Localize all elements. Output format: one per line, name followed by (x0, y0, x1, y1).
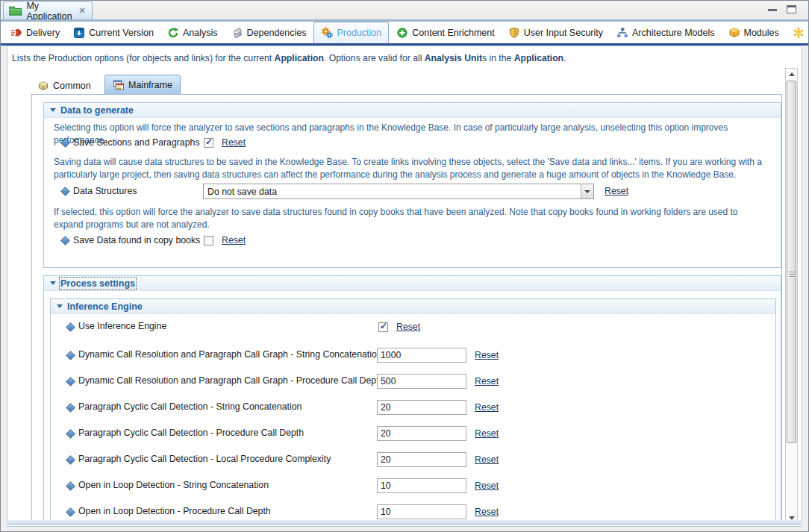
option-label-data-structures: Data Structures (73, 186, 137, 196)
dropdown-button[interactable] (581, 184, 593, 198)
common-cube-icon (37, 80, 49, 92)
option-diamond-icon (66, 507, 75, 517)
dependencies-icon (231, 27, 243, 39)
content-enrichment-icon (396, 27, 408, 39)
view-tab-bar: Delivery Current Version Analysis Depend… (1, 22, 808, 46)
option-label: Paragraph Cyclic Call Detection - Local … (78, 454, 331, 464)
section-title: Inference Engine (67, 301, 143, 312)
close-icon[interactable]: ✕ (79, 6, 86, 16)
use-inference-engine-checkbox[interactable] (378, 322, 388, 332)
option-help-text: If selected, this option will force the … (54, 206, 769, 231)
option-label: Dynamic Call Resolution and Paragraph Ca… (78, 375, 384, 386)
tab-analysis[interactable]: Analysis (160, 22, 225, 43)
tab-dependencies[interactable]: Dependencies (225, 22, 313, 43)
option-diamond-icon (60, 187, 70, 196)
production-view: Lists the Production options (for object… (7, 46, 802, 527)
option-help-text: Saving data will cause data structures t… (54, 156, 769, 181)
user-input-security-icon (508, 27, 520, 39)
reset-link[interactable]: Reset (475, 507, 499, 517)
tab-label: Dependencies (247, 28, 307, 38)
editor-tab-bar: My Application ✕ (1, 1, 808, 19)
loop-string-concatenation-input[interactable] (377, 478, 466, 493)
arrow-up-icon (789, 72, 795, 76)
tab-label: Modules (744, 28, 779, 38)
chevron-down-icon (50, 281, 56, 285)
save-copybook-data-checkbox[interactable] (204, 236, 213, 245)
section-header[interactable]: Process settings (44, 276, 781, 291)
option-label-save-copybook-data: Save Data found in copy books (73, 235, 200, 245)
cyclic-string-concatenation-input[interactable] (377, 400, 466, 415)
tab-label: Current Version (89, 28, 154, 38)
analysis-icon (167, 27, 179, 39)
chevron-down-icon (57, 304, 63, 308)
scrollbar-grip (789, 272, 795, 278)
tab-label: Architecture Models (632, 28, 714, 38)
reset-link[interactable]: Reset (475, 376, 499, 387)
option-diamond-icon (66, 322, 75, 332)
cyclic-procedure-depth-input[interactable] (377, 426, 466, 441)
option-diamond-icon (66, 351, 75, 360)
tab-user-input-security[interactable]: User Input Security (502, 22, 610, 43)
execute-icon (793, 27, 805, 39)
mainframe-windows-icon (113, 79, 125, 91)
option-diamond-icon (66, 403, 75, 413)
current-version-icon (73, 27, 85, 39)
section-data-to-generate: Data to generate Selecting this option w… (43, 102, 781, 268)
tab-production[interactable]: Production (313, 22, 389, 43)
reset-link[interactable]: Reset (475, 428, 499, 439)
local-procedure-complexity-input[interactable] (377, 452, 466, 467)
section-header[interactable]: Data to generate (44, 103, 781, 118)
string-concatenation-input[interactable] (377, 348, 466, 363)
option-diamond-icon (66, 481, 75, 491)
dropdown-selected-value: Do not save data (204, 187, 581, 197)
tab-architecture-models[interactable]: Architecture Models (610, 22, 721, 43)
scroll-up-button[interactable] (786, 69, 797, 80)
tab-label: Analysis (183, 28, 218, 38)
procedure-call-depth-input[interactable] (377, 374, 466, 389)
section-title: Process settings (60, 278, 135, 289)
reset-link[interactable]: Reset (605, 186, 628, 196)
option-diamond-icon (66, 377, 75, 387)
reset-link[interactable]: Reset (475, 481, 499, 491)
reset-link[interactable]: Reset (222, 235, 246, 245)
option-diamond-icon (66, 429, 75, 439)
section-header[interactable]: Inference Engine (51, 299, 775, 314)
data-structures-dropdown[interactable]: Do not save data (203, 184, 594, 199)
tab-modules[interactable]: Modules (722, 22, 786, 43)
editor-tab-title: My Application (26, 1, 72, 22)
window-bottom-trim (8, 520, 801, 525)
save-sections-checkbox[interactable] (204, 138, 213, 148)
reset-link[interactable]: Reset (475, 402, 499, 413)
tab-execute[interactable]: Execute (786, 22, 809, 43)
section-title: Data to generate (60, 105, 134, 116)
option-label-save-sections: Save Sections and Paragraphs (73, 137, 200, 148)
application-folder-icon (8, 4, 22, 18)
chevron-down-icon (50, 108, 56, 112)
subtab-label: Mainframe (128, 80, 172, 90)
scrollbar-thumb[interactable] (787, 81, 796, 443)
view-description: Lists the Production options (for object… (12, 53, 788, 63)
minimize-icon[interactable] (768, 7, 777, 11)
loop-procedure-depth-input[interactable] (377, 504, 466, 519)
architecture-models-icon (616, 27, 628, 39)
vertical-scrollbar[interactable] (785, 68, 798, 525)
reset-link[interactable]: Reset (222, 137, 246, 148)
delivery-icon (10, 27, 22, 39)
reset-link[interactable]: Reset (475, 454, 499, 465)
option-label: Paragraph Cyclic Call Detection - String… (78, 401, 302, 412)
tab-current-version[interactable]: Current Version (66, 22, 160, 43)
subtab-mainframe[interactable]: Mainframe (104, 75, 181, 95)
option-label: Paragraph Cyclic Call Detection - Proced… (78, 428, 304, 438)
tab-label: Delivery (26, 28, 60, 38)
section-inference-engine: Inference Engine Use Inference Engine Re… (50, 298, 776, 524)
tab-delivery[interactable]: Delivery (4, 22, 66, 43)
section-process-settings: Process settings Inference Engine Use In… (43, 275, 781, 524)
application-window: My Application ✕ Delivery Current Versio… (0, 0, 809, 532)
maximize-icon[interactable] (787, 5, 796, 13)
tab-content-enrichment[interactable]: Content Enrichment (390, 22, 501, 43)
subtab-common[interactable]: Common (37, 77, 91, 94)
editor-tab-my-application[interactable]: My Application ✕ (3, 1, 93, 19)
subtab-label: Common (53, 81, 91, 91)
reset-link[interactable]: Reset (396, 322, 420, 332)
reset-link[interactable]: Reset (475, 350, 499, 360)
